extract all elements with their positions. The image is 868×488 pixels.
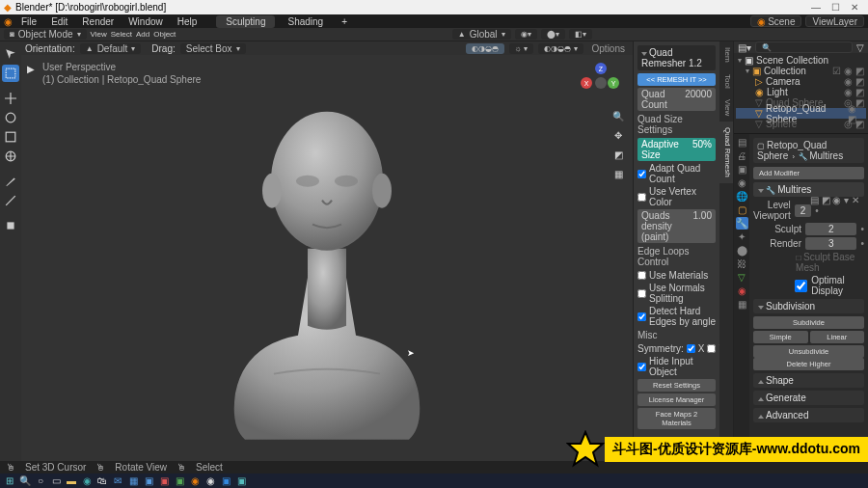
zoom-icon[interactable]: 🔍 <box>611 109 625 122</box>
tab-sculpting[interactable]: Sculpting <box>216 15 275 28</box>
ol-scenecollection[interactable]: ▾▣Scene Collection <box>736 55 866 66</box>
sculpt-val[interactable]: 2 <box>805 223 856 235</box>
tb-app3[interactable]: ▣ <box>219 474 232 487</box>
menu-file[interactable]: File <box>15 16 42 27</box>
linear-btn[interactable]: Linear <box>810 331 865 343</box>
adaptsize-field[interactable]: Adaptive Size50% <box>637 138 716 161</box>
persp-icon[interactable]: ▦ <box>611 167 625 180</box>
deletehigher-btn[interactable]: Delete Higher <box>753 358 864 370</box>
remesh-button[interactable]: << REMESH IT >> <box>637 73 716 86</box>
sub-orientation-val[interactable]: ▲ Default ▾ <box>80 43 142 54</box>
gizmo-y[interactable]: Y <box>608 77 619 89</box>
lvlviewport-val[interactable]: 2 <box>795 204 812 217</box>
menu-help[interactable]: Help <box>172 16 203 27</box>
ptab-physics[interactable]: ⬤ <box>736 244 748 257</box>
optimal-cb[interactable] <box>795 280 807 292</box>
reset-button[interactable]: Reset Settings <box>637 379 716 392</box>
tb-explorer[interactable]: ▬ <box>65 474 78 487</box>
outliner-filter-icon[interactable]: ▽ <box>856 42 864 53</box>
license-button[interactable]: License Manager <box>637 393 716 406</box>
generate-header[interactable]: Generate <box>753 391 864 405</box>
np-tab-item[interactable]: Item <box>719 41 733 68</box>
ol-camera[interactable]: ▷Camera◉ ◩ <box>736 76 866 87</box>
shading-modes[interactable]: ◐◑◒◓ <box>466 43 504 54</box>
ptab-material[interactable]: ◉ <box>736 285 748 297</box>
tb-app1[interactable]: ▣ <box>157 474 171 487</box>
tb-search[interactable]: 🔍 <box>18 474 32 487</box>
render-val[interactable]: 3 <box>805 237 856 250</box>
tool-transform[interactable] <box>2 148 19 165</box>
play-icon[interactable]: ▶ <box>27 63 35 75</box>
advanced-header[interactable]: Advanced <box>753 408 864 422</box>
pan-icon[interactable]: ✥ <box>611 128 625 142</box>
tb-taskview[interactable]: ▭ <box>49 474 63 487</box>
tb-calendar[interactable]: ▦ <box>126 474 140 487</box>
menu-render[interactable]: Render <box>76 16 120 27</box>
ol-light[interactable]: ◉Light◉ ◩ <box>736 87 866 97</box>
ptab-particle[interactable]: ✦ <box>736 230 748 243</box>
adaptcount-cb[interactable] <box>637 170 646 178</box>
tb-blender[interactable]: ◉ <box>188 474 202 487</box>
snap-toggle[interactable]: ◉▾ <box>515 29 537 40</box>
np-tab-view[interactable]: View <box>719 94 733 122</box>
pivot-select[interactable]: ◧▾ <box>569 29 592 40</box>
sym-y-cb[interactable] <box>707 344 716 353</box>
tab-shading[interactable]: Shading <box>278 15 333 28</box>
orientation-select[interactable]: ▲ Global ▾ <box>452 29 511 40</box>
hideinput-cb[interactable] <box>637 363 646 371</box>
tool-move[interactable] <box>2 90 19 107</box>
gizmo-x[interactable]: X <box>581 77 592 89</box>
tb-start[interactable]: ⊞ <box>3 474 16 487</box>
scene-field[interactable]: ◉ Scene <box>750 15 802 27</box>
usenormals-cb[interactable] <box>637 289 646 298</box>
usematerials-cb[interactable] <box>637 271 646 280</box>
np-tab-quadremesh[interactable]: Quad Remesh <box>719 122 733 183</box>
viewlayer-field[interactable]: ViewLayer <box>805 15 864 27</box>
simple-btn[interactable]: Simple <box>753 331 808 343</box>
camera-icon[interactable]: ◩ <box>611 148 625 161</box>
tool-measure[interactable] <box>2 192 19 209</box>
overlay-toggles[interactable]: ☼ ▾ <box>509 43 534 54</box>
tb-app4[interactable]: ▣ <box>234 474 248 487</box>
ptab-texture[interactable]: ▦ <box>736 298 748 311</box>
tb-cortana[interactable]: ○ <box>34 474 47 487</box>
tool-scale[interactable] <box>2 128 19 146</box>
menu-window[interactable]: Window <box>122 16 169 27</box>
subdiv-header[interactable]: Subdivision <box>753 299 864 313</box>
hdr-select[interactable]: Select <box>111 30 132 39</box>
menu-edit[interactable]: Edit <box>45 16 73 27</box>
close-btn[interactable]: ✕ <box>845 2 864 13</box>
tool-addcube[interactable] <box>2 217 19 234</box>
tool-rotate[interactable] <box>2 109 19 126</box>
3d-viewport[interactable]: Orientation: ▲ Default ▾ Drag: Select Bo… <box>21 41 633 461</box>
ol-retopo[interactable]: ▽Retopo_Quad Sphere◉ ◩ <box>736 108 866 119</box>
ptab-output[interactable]: 🖨 <box>736 149 748 162</box>
vertexcolor-cb[interactable] <box>637 193 646 202</box>
ptab-viewlayer[interactable]: ▣ <box>736 163 748 176</box>
tool-cursor[interactable] <box>2 45 19 63</box>
facemaps-button[interactable]: Face Maps 2 Materials <box>637 408 716 429</box>
ptab-mesh[interactable]: ▽ <box>736 271 748 284</box>
add-modifier-btn[interactable]: Add Modifier <box>753 167 864 179</box>
hdr-object[interactable]: Object <box>153 30 176 39</box>
tb-chrome[interactable]: ◉ <box>203 474 217 487</box>
maximize-btn[interactable]: ☐ <box>826 2 845 13</box>
ptab-scene[interactable]: ◉ <box>736 176 748 189</box>
ptab-constraint[interactable]: ⛓ <box>736 258 748 270</box>
minimize-btn[interactable]: — <box>806 2 826 13</box>
proportional-toggle[interactable]: ⬤▾ <box>541 29 565 40</box>
modifier-header[interactable]: 🔧 Multires▤ ◩ ◉ ▾ ✕ <box>753 182 864 197</box>
nav-gizmo[interactable]: X Y Z <box>583 65 619 101</box>
tool-select-box[interactable] <box>2 65 19 82</box>
hdr-view[interactable]: View <box>91 30 107 39</box>
np-tab-tool[interactable]: Tool <box>719 68 733 95</box>
tb-store[interactable]: 🛍 <box>95 474 109 487</box>
prop-breadcrumb[interactable]: ▢ Retopo_Quad Sphere › 🔧 Multires <box>753 138 864 163</box>
gizmo-center[interactable] <box>595 77 607 89</box>
mesh-bust[interactable] <box>216 74 438 443</box>
detecthard-cb[interactable] <box>637 312 646 321</box>
options-label[interactable]: Options <box>592 43 625 54</box>
tb-photos[interactable]: ▣ <box>142 474 155 487</box>
ptab-world[interactable]: 🌐 <box>736 190 748 203</box>
ptab-modifier[interactable]: 🔧 <box>736 217 748 230</box>
